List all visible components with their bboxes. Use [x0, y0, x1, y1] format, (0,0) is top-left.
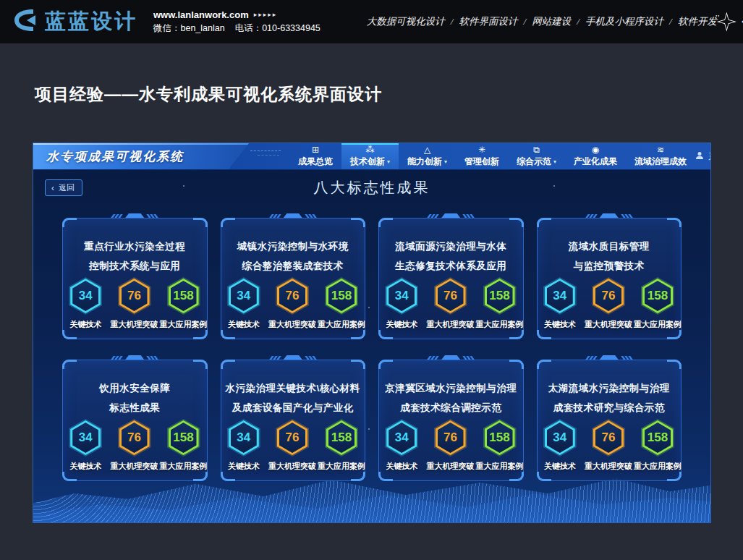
badge-value: 158: [167, 277, 200, 315]
system-title: 水专项成果可视化系统: [46, 148, 184, 165]
badge-label: 重大机理突破: [585, 461, 632, 472]
card-title: 饮用水安全保障标志性成果: [63, 378, 207, 417]
service-separator: /: [524, 16, 527, 27]
nav-item-2[interactable]: △ 能力创新 ▾: [399, 143, 456, 169]
badge-value: 158: [483, 419, 517, 457]
card-title: 水污染治理关键技术\核心材料及成套设备国产化与产业化: [221, 378, 365, 417]
portfolio-link[interactable]: ,, 作品案例: [717, 11, 743, 33]
nav-item-3[interactable]: ✳ 管理创新: [456, 143, 508, 169]
achievement-card-4[interactable]: 饮用水安全保障标志性成果 34 关键技术 76 重大机理突破 158 重大应用案…: [62, 360, 208, 481]
section-title: 八大标志性成果: [33, 178, 710, 198]
user-area: 系统管理员 ⚙ [→: [695, 143, 711, 169]
dashboard-screenshot: 水专项成果可视化系统 ⊞ 成果总览 ⁂ 技术创新 ▾ △ 能力创新 ▾ ✳ 管理…: [33, 143, 711, 523]
service-link-4[interactable]: 软件开发: [678, 16, 717, 27]
hexagon-badge-icon: 76: [592, 277, 625, 315]
nav-item-1[interactable]: ⁂ 技术创新 ▾: [341, 143, 399, 169]
hexagon-badge-icon: 76: [118, 277, 151, 315]
card-badges: 34 关键技术 76 重大机理突破 158 重大应用案例: [538, 419, 682, 472]
card-title: 太湖流域水污染控制与治理成套技术研究与综合示范: [538, 378, 682, 417]
stat-badge: 34 关键技术: [379, 419, 425, 472]
hexagon-badge-icon: 76: [592, 419, 625, 457]
achievement-card-1[interactable]: 城镇水污染控制与水环境综合整治整装成套技术 34 关键技术 76 重大机理突破 …: [221, 218, 366, 339]
achievement-card-7[interactable]: 太湖流域水污染控制与治理成套技术研究与综合示范 34 关键技术 76 重大机理突…: [537, 360, 682, 481]
services-nav: 大数据可视化设计/软件界面设计/网站建设/手机及小程序设计/软件开发: [367, 15, 717, 28]
badge-value: 34: [385, 419, 418, 457]
admin-user[interactable]: 系统管理员: [695, 150, 711, 163]
badge-value: 158: [483, 277, 517, 315]
hexagon-badge-icon: 34: [69, 277, 102, 315]
back-button[interactable]: ‹ 返回: [45, 179, 82, 196]
service-link-2[interactable]: 网站建设: [532, 16, 571, 27]
badge-value: 76: [118, 277, 151, 315]
card-badges: 34 关键技术 76 重大机理突破 158 重大应用案例: [221, 277, 365, 330]
page-title: 项目经验——水专利成果可视化系统界面设计: [35, 83, 382, 106]
card-badges: 34 关键技术 76 重大机理突破 158 重大应用案例: [379, 419, 523, 472]
badge-value: 34: [227, 277, 260, 315]
lanlan-logo-icon[interactable]: [12, 8, 39, 35]
badge-label: 关键技术: [544, 319, 576, 330]
nav-item-label: 能力创新: [407, 156, 442, 168]
badge-label: 关键技术: [69, 319, 101, 330]
stat-badge: 76 重大机理突破: [269, 277, 315, 330]
card-top-decoration: [112, 355, 157, 360]
nav-items: ⊞ 成果总览 ⁂ 技术创新 ▾ △ 能力创新 ▾ ✳ 管理创新 ⧉ 综合示范 ▾: [289, 143, 695, 169]
chevron-left-icon: ‹: [51, 184, 54, 192]
sparkle-star-icon: ,,: [717, 12, 736, 32]
grid-icon: ⊞: [312, 145, 319, 155]
system-title-banner: 水专项成果可视化系统: [33, 143, 249, 169]
nav-item-5[interactable]: ◉ 产业化成果: [565, 143, 626, 169]
service-link-0[interactable]: 大数据可视化设计: [367, 16, 445, 27]
badge-value: 76: [434, 419, 467, 457]
hexagon-badge-icon: 34: [227, 277, 260, 315]
hexagon-badge-icon: 76: [118, 419, 151, 457]
medal-icon: ◉: [592, 145, 599, 155]
badge-label: 关键技术: [228, 461, 260, 472]
nav-item-label: 流域治理成效: [634, 156, 687, 168]
card-title: 流域面源污染治理与水体生态修复技术体系及应用: [379, 237, 523, 276]
service-link-3[interactable]: 手机及小程序设计: [585, 16, 663, 27]
stat-badge: 158 重大应用案例: [634, 277, 681, 330]
molecule-icon: ⁂: [366, 145, 375, 155]
stat-badge: 34 关键技术: [538, 277, 583, 330]
badge-value: 34: [227, 419, 260, 457]
circuit-decoration: [249, 143, 289, 169]
wechat-id: 微信：ben_lanlan: [153, 23, 225, 33]
badge-value: 76: [276, 419, 309, 457]
achievement-card-5[interactable]: 水污染治理关键技术\核心材料及成套设备国产化与产业化 34 关键技术 76 重大…: [221, 360, 366, 481]
card-top-decoration: [271, 213, 315, 218]
card-title: 京津冀区域水污染控制与治理成套技术综合调控示范: [379, 378, 523, 417]
chevron-down-icon: ▾: [444, 158, 447, 165]
ripple-icon: ≋: [657, 145, 664, 155]
badge-label: 重大应用案例: [476, 319, 524, 330]
badge-value: 76: [592, 277, 625, 315]
back-label: 返回: [59, 182, 75, 193]
badge-label: 重大应用案例: [634, 461, 682, 472]
achievement-card-6[interactable]: 京津冀区域水污染控制与治理成套技术综合调控示范 34 关键技术 76 重大机理突…: [378, 360, 524, 481]
nav-item-6[interactable]: ≋ 流域治理成效: [626, 143, 695, 169]
service-separator: /: [451, 16, 454, 27]
hexagon-badge-icon: 158: [483, 277, 517, 315]
badge-label: 重大应用案例: [634, 319, 682, 330]
website-url[interactable]: www.lanlanwork.com: [153, 9, 249, 20]
nav-item-4[interactable]: ⧉ 综合示范 ▾: [508, 143, 565, 169]
achievement-card-3[interactable]: 流域水质目标管理与监控预警技术 34 关键技术 76 重大机理突破 158 重大…: [537, 218, 682, 339]
achievement-cards-grid: 重点行业水污染全过程控制技术系统与应用 34 关键技术 76 重大机理突破 15…: [62, 218, 682, 481]
card-title: 重点行业水污染全过程控制技术系统与应用: [63, 237, 207, 276]
nav-item-label: 管理创新: [464, 156, 499, 168]
hexagon-badge-icon: 158: [167, 277, 200, 315]
achievement-card-2[interactable]: 流域面源污染治理与水体生态修复技术体系及应用 34 关键技术 76 重大机理突破…: [378, 218, 524, 339]
achievement-card-0[interactable]: 重点行业水污染全过程控制技术系统与应用 34 关键技术 76 重大机理突破 15…: [62, 218, 208, 339]
logo-text[interactable]: 蓝蓝设计: [45, 7, 137, 36]
service-link-1[interactable]: 软件界面设计: [459, 16, 518, 27]
badge-label: 重大应用案例: [318, 319, 365, 330]
badge-label: 重大应用案例: [160, 461, 208, 472]
badge-label: 重大机理突破: [268, 319, 316, 330]
user-icon: [695, 151, 704, 162]
nav-item-0[interactable]: ⊞ 成果总览: [289, 143, 341, 169]
hexagon-badge-icon: 34: [543, 277, 577, 315]
hexagon-badge-icon: 34: [385, 277, 418, 315]
stat-badge: 76 重大机理突破: [111, 277, 158, 330]
service-separator: /: [669, 16, 672, 27]
badge-label: 重大机理突破: [111, 319, 158, 330]
service-separator: /: [577, 16, 579, 27]
